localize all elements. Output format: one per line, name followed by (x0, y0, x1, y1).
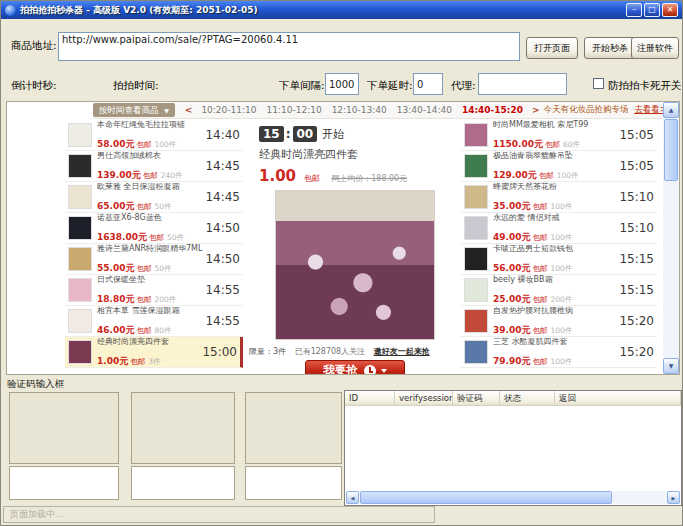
view-by-time-menu[interactable]: 按时间查看商品 ▼ (93, 103, 175, 117)
product-title[interactable]: 时尚MM最爱相机 索尼T99 (493, 119, 601, 130)
list-item[interactable]: 极品油青翡翠貔貅吊坠 129.00元包邮100件 15:05 (461, 151, 657, 182)
product-list-right: 时尚MM最爱相机 索尼T99 1150.00元包邮60件 15:05 极品油青翡… (461, 120, 657, 368)
view-by-time-label: 按时间查看商品 (99, 105, 159, 115)
alarm-clock-icon (364, 365, 376, 376)
list-item[interactable]: 本命年红绳兔毛拉拉项链 58.00元包邮100件 14:40 (65, 120, 243, 151)
tab-timeslot-1[interactable]: 10:20-11:10 (201, 105, 256, 115)
free-shipping-label: 包邮 (532, 357, 547, 366)
column-header-verifysession[interactable]: verifysession (395, 391, 453, 405)
table-header-row: ID verifysession 验证码 状态 返回 (345, 391, 681, 406)
horizontal-scrollbar[interactable]: ◀ ▶ (346, 491, 680, 504)
tab-timeslot-5-active[interactable]: 14:40-15:20 (462, 105, 523, 115)
tab-timeslot-3[interactable]: 12:10-13:40 (332, 105, 387, 115)
list-item[interactable]: 欧莱雅 全日保湿粉凝霜 65.00元包邮50件 14:45 (65, 182, 243, 213)
captcha-section-label: 验证码输入框 (7, 378, 64, 391)
product-price: 49.00元 (493, 232, 530, 242)
product-title[interactable]: 永远的爱 情侣对戒 (493, 212, 601, 223)
proxy-input[interactable] (478, 73, 567, 95)
scroll-up-icon[interactable]: ▲ (663, 102, 679, 118)
product-title[interactable]: 本命年红绳兔毛拉拉项链 (97, 119, 205, 130)
product-title[interactable]: 极品油青翡翠貔貅吊坠 (493, 150, 601, 161)
product-title[interactable]: 诺基亚X6-8G蓝色 (97, 212, 205, 223)
product-start-time: 15:10 (619, 190, 654, 204)
product-quantity: 80件 (154, 326, 171, 335)
list-item[interactable]: 男仕高领加绒棉衣 139.00元包邮240件 14:45 (65, 151, 243, 182)
close-button[interactable]: ✕ (662, 3, 678, 17)
captcha-image-box-2 (131, 392, 235, 464)
product-title[interactable]: 男仕高领加绒棉衣 (97, 150, 205, 161)
tab-timeslot-4[interactable]: 13:40-14:40 (397, 105, 452, 115)
prev-tabs-arrow[interactable]: < (185, 105, 193, 115)
scrollbar-thumb[interactable] (360, 491, 612, 504)
anti-freeze-checkbox[interactable] (593, 78, 604, 89)
free-shipping-label: 包邮 (149, 233, 164, 242)
product-title[interactable]: 日式保暖坐垫 (97, 274, 205, 285)
maximize-button[interactable]: □ (644, 3, 660, 17)
product-thumbnail (464, 247, 488, 271)
start-seckill-button[interactable]: 开始秒杀 (584, 37, 636, 59)
product-title[interactable]: 自发热护腰对抗腰椎病 (493, 305, 601, 316)
list-item[interactable]: 雅诗兰黛ANR特润眼精华7ML 55.00元包邮50件 14:50 (65, 244, 243, 275)
product-price: 1150.00元 (493, 139, 543, 149)
column-header-return[interactable]: 返回 (555, 391, 681, 405)
vertical-scrollbar[interactable]: ▲ ▼ (663, 102, 679, 374)
order-interval-input[interactable] (325, 73, 359, 95)
product-title[interactable]: 三芝 水酷凝肌四件套 (493, 336, 601, 347)
app-window: 拍拍抢拍秒杀器 - 高级版 V2.0 (有效期至: 2051-02-05) － … (0, 0, 683, 526)
product-title[interactable]: 相宜本草 雪莲保湿眼霜 (97, 305, 205, 316)
featured-price-line: 1.00 包邮 网上均价：188.00元 (259, 166, 407, 185)
chevron-down-icon: ▼ (164, 107, 169, 114)
clock-colon: : (286, 127, 291, 141)
tab-timeslot-2[interactable]: 11:10-12:10 (267, 105, 322, 115)
product-title[interactable]: 蜂蜜牌天然茶花粉 (493, 181, 601, 192)
product-title[interactable]: 卡唛正品男士短款钱包 (493, 243, 601, 254)
list-item-highlighted[interactable]: 经典时尚漂亮四件套 1.00元包邮3件 15:00 (65, 337, 243, 368)
column-header-id[interactable]: ID (345, 391, 395, 405)
list-item[interactable]: 永远的爱 情侣对戒 49.00元包邮100件 15:10 (461, 213, 657, 244)
product-quantity: 100件 (557, 171, 579, 180)
register-software-button[interactable]: 注册软件 (631, 37, 679, 59)
product-start-time: 15:05 (619, 159, 654, 173)
start-time-clock: 15 : 00 开始 (259, 126, 344, 142)
list-item[interactable]: 日式保暖坐垫 18.80元包邮200件 14:55 (65, 275, 243, 306)
product-price: 1638.00元 (97, 232, 147, 242)
scroll-right-icon[interactable]: ▶ (667, 491, 680, 504)
list-item[interactable]: 卡唛正品男士短款钱包 56.00元包邮100件 15:15 (461, 244, 657, 275)
list-item[interactable]: 时尚MM最爱相机 索尼T99 1150.00元包邮60件 15:05 (461, 120, 657, 151)
scrollbar-thumb[interactable] (664, 119, 678, 181)
column-header-captcha[interactable]: 验证码 (453, 391, 500, 405)
list-item[interactable]: 三芝 水酷凝肌四件套 79.90元包邮100件 15:20 (461, 337, 657, 368)
list-item[interactable]: 诺基亚X6-8G蓝色 1638.00元包邮50件 14:50 (65, 213, 243, 244)
open-page-button[interactable]: 打开页面 (526, 37, 578, 59)
next-tabs-arrow[interactable]: > (532, 105, 540, 115)
free-shipping-label: 包邮 (136, 295, 151, 304)
captcha-input-2[interactable] (131, 466, 235, 500)
buy-now-button[interactable]: 我要抢 (305, 360, 405, 375)
list-item[interactable]: 相宜本草 雪莲保湿眼霜 46.00元包邮80件 14:55 (65, 306, 243, 337)
list-item[interactable]: 蜂蜜牌天然茶花粉 35.00元包邮100件 15:10 (461, 182, 657, 213)
product-title[interactable]: 欧莱雅 全日保湿粉凝霜 (97, 181, 205, 192)
free-shipping-label: 包邮 (136, 202, 151, 211)
time-tab-bar: 按时间查看商品 ▼ < 10:20-11:10 11:10-12:10 12:1… (93, 102, 663, 119)
product-quantity: 100件 (550, 264, 572, 273)
invite-friends-link[interactable]: 邀好友一起来抢 (374, 347, 430, 356)
scroll-down-icon[interactable]: ▼ (663, 358, 679, 374)
minimize-button[interactable]: － (626, 3, 642, 17)
captcha-input-1[interactable] (9, 466, 119, 500)
product-title[interactable]: 雅诗兰黛ANR特润眼精华7ML (97, 243, 205, 254)
product-title[interactable]: beely 裸妆BB霜 (493, 274, 601, 285)
scroll-left-icon[interactable]: ◀ (346, 491, 359, 504)
order-delay-label: 下单延时: (367, 79, 413, 93)
product-title[interactable]: 经典时尚漂亮四件套 (97, 336, 202, 347)
product-quantity: 3件 (148, 357, 160, 366)
free-shipping-label: 包邮 (143, 171, 158, 180)
column-header-status[interactable]: 状态 (500, 391, 555, 405)
captcha-input-3[interactable] (245, 466, 342, 500)
free-shipping-label: 包邮 (532, 326, 547, 335)
url-input[interactable]: http://www.paipai.com/sale/?PTAG=20060.4… (58, 32, 520, 61)
list-item[interactable]: beely 裸妆BB霜 25.00元包邮200件 15:15 (461, 275, 657, 306)
order-delay-input[interactable] (413, 73, 443, 95)
status-text: 页面加载中... (4, 508, 64, 521)
list-item[interactable]: 自发热护腰对抗腰椎病 39.00元包邮100件 15:20 (461, 306, 657, 337)
product-start-time: 15:15 (619, 252, 654, 266)
